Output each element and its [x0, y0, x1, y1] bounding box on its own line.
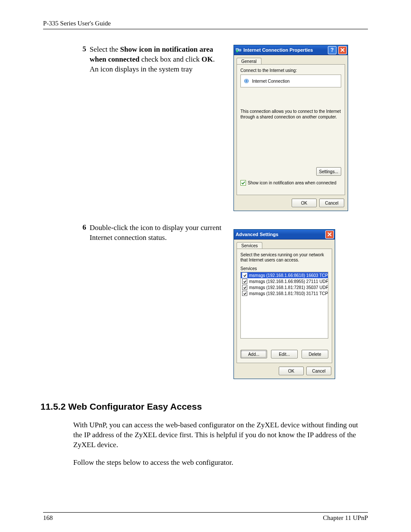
service-row[interactable]: msmsgs (192.168.1.81:7281) 35037 UDP: [241, 284, 328, 290]
service-checkbox[interactable]: [242, 273, 247, 278]
show-icon-label: Show icon in notification area when conn…: [248, 180, 336, 185]
cancel-button[interactable]: Cancel: [306, 367, 331, 375]
section-para-2: Follow the steps below to access the web…: [73, 458, 368, 468]
step5-bold2: OK: [202, 55, 213, 63]
footer: 168 Chapter 11 UPnP: [43, 512, 368, 522]
step5-pre: Select the: [90, 45, 120, 53]
show-icon-checkbox-row[interactable]: Show icon in notification area when conn…: [240, 180, 341, 186]
network-icon: [236, 47, 242, 53]
cancel-button[interactable]: Cancel: [319, 199, 344, 207]
step-6-number: 6: [78, 223, 86, 243]
dlg1-title: Internet Connection Properties: [243, 47, 326, 53]
add-button[interactable]: Add...: [240, 350, 267, 358]
dlg1-titlebar[interactable]: Internet Connection Properties ?: [234, 45, 348, 55]
svg-rect-1: [239, 49, 241, 51]
service-row[interactable]: msmsgs (192.168.1.81:7810) 31711 TCP: [241, 290, 328, 296]
service-name: msmsgs (192.168.1.66:8955) 27111 UDP: [249, 279, 328, 284]
services-label: Services: [240, 266, 328, 271]
checkmark-icon: [243, 280, 246, 283]
step-6-row: 6 Double-click the icon to display your …: [43, 223, 368, 379]
checkmark-icon: [243, 286, 246, 289]
checkmark-icon: [243, 274, 246, 277]
close-button[interactable]: [325, 230, 334, 239]
step-5-number: 5: [78, 45, 86, 75]
close-button[interactable]: [338, 46, 347, 54]
services-listbox[interactable]: msmsgs (192.168.1.66:8618) 16603 TCP msm…: [240, 272, 328, 339]
dlg2-panel: Select the services running on your netw…: [237, 249, 332, 363]
tab-general[interactable]: General: [237, 58, 262, 64]
header-rule: [43, 29, 368, 29]
settings-button[interactable]: Settings...: [316, 167, 341, 176]
globe-icon: [243, 78, 249, 84]
step-5-text-col: 5 Select the Show icon in notification a…: [78, 45, 225, 75]
dlg2-tabs: Services: [237, 242, 332, 249]
dlg2-title: Advanced Settings: [236, 232, 324, 237]
show-icon-checkbox[interactable]: [240, 180, 246, 186]
service-name: msmsgs (192.168.1.66:8618) 16603 TCP: [249, 273, 328, 278]
section-heading: 11.5.2 Web Configurator Easy Access: [40, 401, 368, 412]
advanced-settings-dialog: Advanced Settings Services Select the se…: [234, 229, 335, 379]
page-number: 168: [43, 514, 53, 522]
footer-rule: [43, 512, 368, 513]
internet-connection-properties-dialog: Internet Connection Properties ? General…: [234, 45, 348, 211]
step-6-text-col: 6 Double-click the icon to display your …: [78, 223, 225, 243]
service-name: msmsgs (192.168.1.81:7281) 35037 UDP: [249, 285, 328, 290]
service-row[interactable]: msmsgs (192.168.1.66:8955) 27111 UDP: [241, 278, 328, 284]
checkmark-icon: [243, 292, 246, 295]
service-name: msmsgs (192.168.1.81:7810) 31711 TCP: [249, 291, 328, 296]
step-6-text: Double-click the icon to display your cu…: [90, 223, 225, 243]
checkmark-icon: [241, 181, 245, 185]
connection-box[interactable]: Internet Connection: [240, 75, 341, 87]
step-5-row: 5 Select the Show icon in notification a…: [43, 45, 368, 211]
help-button[interactable]: ?: [328, 46, 336, 54]
close-icon: [340, 48, 345, 52]
delete-button[interactable]: Delete: [302, 350, 328, 358]
dlg2-titlebar[interactable]: Advanced Settings: [234, 230, 335, 240]
dlg1-tabs: General: [237, 58, 345, 64]
step-5-text: Select the Show icon in notification are…: [90, 45, 225, 75]
services-intro: Select the services running on your netw…: [240, 252, 328, 263]
svg-point-2: [236, 50, 238, 52]
ok-button[interactable]: OK: [292, 199, 317, 207]
service-checkbox[interactable]: [242, 279, 247, 284]
edit-button[interactable]: Edit...: [271, 350, 298, 358]
service-row[interactable]: msmsgs (192.168.1.66:8618) 16603 TCP: [241, 272, 328, 278]
connection-description: This connection allows you to connect to…: [240, 109, 341, 120]
service-checkbox[interactable]: [242, 291, 247, 296]
dlg1-panel: Connect to the Internet using: Internet …: [237, 64, 345, 195]
connect-using-label: Connect to the Internet using:: [240, 68, 341, 73]
ok-button[interactable]: OK: [279, 367, 304, 375]
step5-mid: check box and click: [140, 55, 202, 63]
section-para-1: With UPnP, you can access the web-based …: [73, 420, 368, 450]
connection-name: Internet Connection: [252, 79, 290, 84]
tab-services[interactable]: Services: [237, 242, 262, 249]
chapter-label: Chapter 11 UPnP: [323, 514, 368, 522]
dlg2-button-row: OK Cancel: [234, 363, 335, 379]
services-button-row: Add... Edit... Delete: [240, 350, 328, 358]
close-icon: [327, 232, 332, 236]
dlg1-button-row: OK Cancel: [234, 195, 348, 211]
running-head: P-335 Series User's Guide: [43, 20, 368, 27]
service-checkbox[interactable]: [242, 285, 247, 290]
svg-point-3: [244, 79, 249, 84]
